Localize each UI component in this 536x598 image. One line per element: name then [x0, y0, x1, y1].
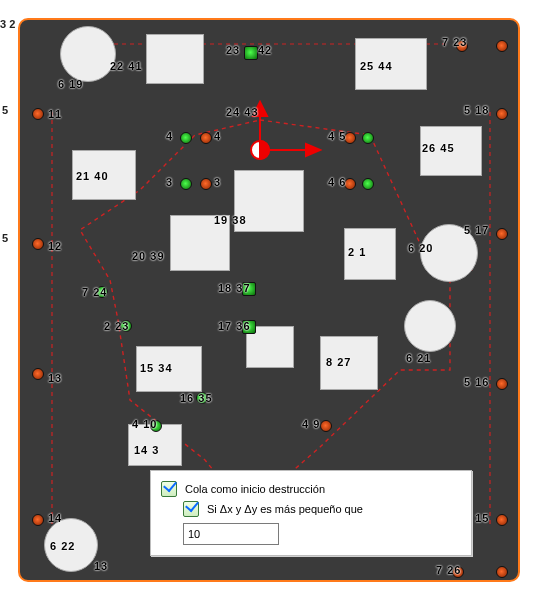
node-icon: [456, 40, 468, 52]
node-icon: [200, 132, 212, 144]
option-label: Cola como inicio destrucción: [185, 483, 325, 495]
node-label: 11: [48, 108, 62, 120]
node-icon: [362, 132, 374, 144]
node-label: 13: [48, 372, 62, 384]
node-icon: [496, 378, 508, 390]
node-icon: [180, 178, 192, 190]
node-label: 20 39: [132, 250, 165, 262]
node-label: 4: [166, 130, 173, 142]
option-row-micro-joint[interactable]: Cola como inicio destrucción: [161, 481, 461, 497]
node-icon: [320, 420, 332, 432]
node-label: 5 18: [464, 104, 489, 116]
node-label: 4 9: [302, 418, 320, 430]
node-label: 5 16: [464, 376, 489, 388]
region: [72, 150, 136, 200]
node-label: 12: [48, 240, 62, 252]
node-icon: [32, 368, 44, 380]
node-icon: [344, 132, 356, 144]
node-icon: [120, 320, 132, 332]
node-icon: [496, 40, 508, 52]
axis-label: 5: [2, 232, 8, 244]
region-circle: [420, 224, 478, 282]
delta-threshold-field: [183, 523, 461, 545]
settings-panel: Cola como inicio destrucción Si Δx y Δy …: [150, 470, 472, 556]
node-icon: [496, 566, 508, 578]
node-icon: [496, 514, 508, 526]
region: [355, 38, 427, 90]
region: [234, 170, 304, 232]
checkbox-icon[interactable]: [161, 481, 177, 497]
node-icon: [242, 282, 256, 296]
delta-threshold-input[interactable]: [183, 523, 279, 545]
option-label: Si Δx y Δy es más pequeño que: [207, 503, 363, 515]
region: [420, 126, 482, 176]
node-icon: [150, 420, 162, 432]
node-icon: [496, 108, 508, 120]
node-icon: [344, 178, 356, 190]
node-label: 23: [226, 44, 240, 56]
region: [136, 346, 202, 392]
node-label: 13: [94, 560, 108, 572]
region: [170, 215, 230, 271]
node-icon: [244, 46, 258, 60]
node-label: 42: [258, 44, 272, 56]
node-icon: [180, 132, 192, 144]
svg-marker-4: [306, 144, 320, 156]
node-label: 6 21: [406, 352, 431, 364]
viewport: 3 2 5 5: [0, 0, 536, 598]
node-icon: [32, 108, 44, 120]
region: [320, 336, 378, 390]
node-label: 3: [214, 176, 221, 188]
node-label: 4: [214, 130, 221, 142]
region-circle: [404, 300, 456, 352]
node-icon: [32, 238, 44, 250]
node-icon: [196, 392, 208, 404]
node-icon: [452, 566, 464, 578]
axis-label: 3 2: [0, 18, 15, 30]
region: [146, 34, 204, 84]
node-icon: [32, 514, 44, 526]
node-icon: [200, 178, 212, 190]
svg-point-0: [251, 141, 269, 159]
region: [344, 228, 396, 280]
node-label: 3: [166, 176, 173, 188]
svg-marker-2: [253, 102, 267, 116]
node-icon: [96, 286, 108, 298]
node-icon: [242, 320, 256, 334]
node-icon: [362, 178, 374, 190]
checkbox-icon[interactable]: [183, 501, 199, 517]
node-icon: [496, 228, 508, 240]
option-row-delta-smaller-than[interactable]: Si Δx y Δy es más pequeño que: [161, 501, 461, 517]
region-circle-bl: [44, 518, 98, 572]
canvas-stage[interactable]: 23 42 7 23 22 41 25 44 6 19 11 24 43 5 1…: [18, 18, 520, 582]
node-label: 24 43: [226, 106, 259, 118]
region-circle-tl: [60, 26, 116, 82]
axis-label: 5: [2, 104, 8, 116]
